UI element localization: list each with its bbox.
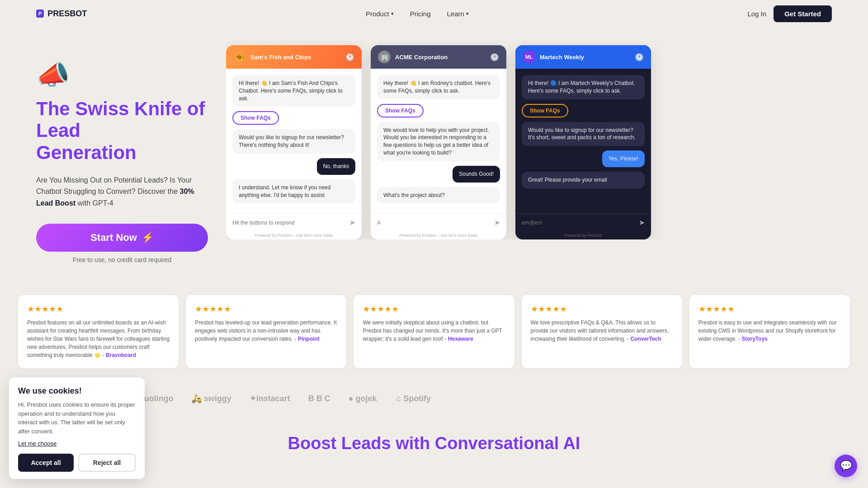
chat-header-3: ML Martech Weekly 🕐 bbox=[515, 45, 651, 69]
chat-avatar-3: ML bbox=[523, 51, 535, 63]
navbar: P PRESBOT Product ▾ Pricing Learn ▾ Log … bbox=[0, 0, 868, 27]
login-button[interactable]: Log In bbox=[747, 10, 766, 18]
chat-widget-button[interactable]: 💬 bbox=[835, 455, 857, 477]
chat-body-3: Hi there! 🔵 I am Martech Weekly's Chatbo… bbox=[515, 69, 651, 213]
accept-all-button[interactable]: Accept all bbox=[18, 454, 74, 472]
stars-2: ★★★★★ bbox=[195, 304, 337, 314]
chat-title-1: Sam's Fish and Chips bbox=[250, 54, 311, 61]
chat-reply-2: Sounds Good! bbox=[453, 166, 500, 183]
nav-learn[interactable]: Learn ▾ bbox=[447, 10, 468, 18]
chat-msg-2-1: Hey there! 👋 I am Rodney's chatbot. Here… bbox=[377, 75, 500, 99]
start-now-button[interactable]: Start Now ⚡ bbox=[36, 224, 208, 252]
chat-reply-3: Yes, Please! bbox=[602, 150, 645, 167]
hero-sub-text: Free to use, no credit card required bbox=[36, 256, 208, 263]
chat-clock-icon-3: 🕐 bbox=[635, 53, 644, 61]
stars-1: ★★★★★ bbox=[27, 304, 170, 314]
send-icon-3[interactable]: ➤ bbox=[639, 218, 645, 227]
send-icon-1[interactable]: ➤ bbox=[349, 218, 355, 227]
chat-reply-1: No, thanks bbox=[317, 158, 355, 175]
chat-body-2: Hey there! 👋 I am Rodney's chatbot. Here… bbox=[371, 69, 506, 213]
logo-text: PRESBOT bbox=[47, 9, 87, 19]
review-card-5: ★★★★★ Presbot is easy to use and integra… bbox=[689, 295, 850, 368]
chat-body-1: Hi there! 👋 I am Sam's Fish And Chips's … bbox=[226, 69, 362, 213]
chat-input-1[interactable] bbox=[232, 220, 349, 226]
chat-input-area-2: ➤ bbox=[371, 213, 506, 231]
brand-spotify: ♫ Spotify bbox=[395, 394, 431, 404]
reject-all-button[interactable]: Reject all bbox=[78, 454, 136, 472]
hero-desc: Are You Missing Out on Potential Leads? … bbox=[36, 174, 208, 209]
stars-3: ★★★★★ bbox=[363, 304, 505, 314]
send-icon-2[interactable]: ➤ bbox=[494, 218, 500, 227]
chat-msg-3-2: Would you like to signup for our newslet… bbox=[522, 122, 645, 146]
chat-card-2: 🏢 ACME Corporation 🕐 Hey there! 👋 I am R… bbox=[371, 45, 506, 239]
hero-title-line2: Generation bbox=[36, 142, 137, 163]
review-text-4: We love prescriptive FAQs & Q&A. This al… bbox=[531, 319, 673, 343]
nav-right: Log In Get Started bbox=[747, 5, 832, 22]
hero-chat-cards: 🐠 Sam's Fish and Chips 🕐 Hi there! 👋 I a… bbox=[226, 41, 832, 239]
chat-input-area-1: ➤ bbox=[226, 213, 362, 231]
chat-input-area-3: ➤ bbox=[515, 213, 651, 231]
cookie-desc: Hi, Presbot uses cookies to ensure its p… bbox=[18, 400, 136, 436]
chat-msg-2-3: What's the project about? bbox=[377, 187, 500, 204]
review-link-3[interactable]: Hexaware bbox=[448, 336, 473, 342]
brand-gojek: ● gojek bbox=[349, 394, 377, 404]
chat-avatar-1: 🐠 bbox=[233, 51, 246, 63]
chat-title-2: ACME Corporation bbox=[395, 54, 448, 61]
chat-avatar-2: 🏢 bbox=[378, 51, 391, 63]
chat-card-1: 🐠 Sam's Fish and Chips 🕐 Hi there! 👋 I a… bbox=[226, 45, 362, 239]
review-text-5: Presbot is easy to use and integrates se… bbox=[698, 319, 841, 343]
powered-1: Powered by Presbot – Get 30% more leads bbox=[226, 231, 362, 239]
cookie-banner: We use cookies! Hi, Presbot uses cookies… bbox=[9, 377, 145, 479]
chat-btn-2[interactable]: Show FAQs bbox=[377, 104, 424, 117]
review-link-2[interactable]: Pinpoint bbox=[298, 336, 320, 342]
review-text-3: We were initially skeptical about using … bbox=[363, 319, 505, 343]
brand-swiggy: 🛵 swiggy bbox=[192, 394, 231, 404]
chat-clock-icon-2: 🕐 bbox=[490, 53, 499, 61]
chat-btn-1[interactable]: Show FAQs bbox=[232, 111, 279, 125]
chat-msg-1-1: Hi there! 👋 I am Sam's Fish And Chips's … bbox=[232, 75, 355, 107]
chat-btn-3[interactable]: Show FAQs bbox=[522, 104, 568, 117]
nav-product[interactable]: Product ▾ bbox=[366, 10, 394, 18]
hero-title: The Swiss Knife of Lead Generation bbox=[36, 98, 208, 164]
review-card-4: ★★★★★ We love prescriptive FAQs & Q&A. T… bbox=[522, 295, 682, 368]
boost-title: Boost Leads with Conversational AI bbox=[36, 434, 832, 453]
learn-chevron-icon: ▾ bbox=[466, 11, 469, 17]
reviews-section: ★★★★★ Presbot features on all our unlimi… bbox=[0, 282, 868, 382]
powered-2: Powered by Presbot – Get 30% more leads bbox=[371, 231, 506, 239]
chat-input-2[interactable] bbox=[377, 220, 494, 226]
brand-bbc: B B C bbox=[308, 394, 330, 404]
review-card-1: ★★★★★ Presbot features on all our unlimi… bbox=[18, 295, 179, 368]
review-link-1[interactable]: Bravoboard bbox=[106, 352, 136, 358]
lightning-icon: ⚡ bbox=[142, 232, 154, 244]
get-started-button[interactable]: Get Started bbox=[774, 5, 832, 22]
chat-msg-1-3: I understand. Let me know if you need an… bbox=[232, 179, 355, 204]
chat-msg-3-3: Great! Please provide your email bbox=[522, 172, 645, 188]
logo[interactable]: P PRESBOT bbox=[36, 9, 87, 19]
review-link-5[interactable]: StoryToys bbox=[741, 336, 768, 342]
chat-clock-icon-1: 🕐 bbox=[345, 53, 354, 61]
chat-card-3: ML Martech Weekly 🕐 Hi there! 🔵 I am Mar… bbox=[515, 45, 651, 239]
cookie-buttons: Accept all Reject all bbox=[18, 454, 136, 472]
nav-pricing[interactable]: Pricing bbox=[410, 10, 431, 18]
powered-3: Powered by Presbot bbox=[515, 231, 651, 239]
stars-4: ★★★★★ bbox=[531, 304, 673, 314]
review-card-3: ★★★★★ We were initially skeptical about … bbox=[354, 295, 514, 368]
logo-icon: P bbox=[36, 9, 44, 18]
review-link-4[interactable]: ConverTech bbox=[630, 336, 661, 342]
review-card-2: ★★★★★ Presbot has leveled-up our lead ge… bbox=[186, 295, 346, 368]
hero-title-line1: The Swiss Knife of Lead bbox=[36, 98, 205, 141]
cookie-let-me-choose-link[interactable]: Let me choose bbox=[18, 440, 57, 447]
chat-input-3[interactable] bbox=[522, 220, 639, 226]
review-text-1: Presbot features on all our unlimited bo… bbox=[27, 319, 170, 359]
product-chevron-icon: ▾ bbox=[391, 11, 394, 17]
chat-header-1: 🐠 Sam's Fish and Chips 🕐 bbox=[226, 45, 362, 69]
nav-center: Product ▾ Pricing Learn ▾ bbox=[366, 10, 469, 18]
brand-instacart: ✦instacart bbox=[250, 394, 290, 404]
hero-section: 📣 The Swiss Knife of Lead Generation Are… bbox=[0, 27, 868, 282]
cookie-title: We use cookies! bbox=[18, 386, 136, 396]
hero-icon: 📣 bbox=[36, 59, 208, 91]
chat-msg-2-2: We would love to help you with your proj… bbox=[377, 122, 500, 161]
chat-msg-3-1: Hi there! 🔵 I am Martech Weekly's Chatbo… bbox=[522, 75, 645, 99]
chat-title-3: Martech Weekly bbox=[540, 54, 584, 61]
stars-5: ★★★★★ bbox=[698, 304, 841, 314]
